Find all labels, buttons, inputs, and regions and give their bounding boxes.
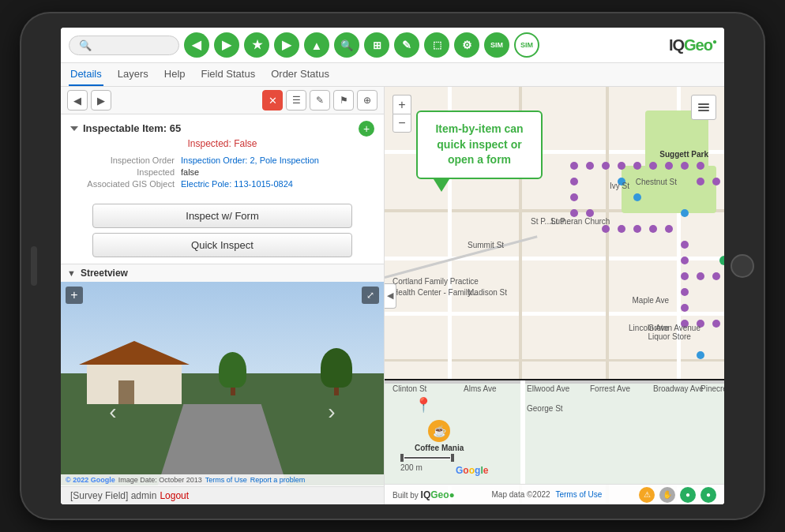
logout-link[interactable]: Logout xyxy=(160,490,189,501)
zoom-in-button[interactable]: + xyxy=(392,95,411,114)
back-button[interactable]: ◀ xyxy=(184,32,209,58)
forward-panel-button[interactable]: ▶ xyxy=(91,90,111,111)
zoom-button[interactable]: ⊕ xyxy=(357,90,377,111)
footer-status-icon[interactable]: ● xyxy=(680,487,696,503)
search-button[interactable]: 🔍 xyxy=(334,32,359,58)
map-dot-16[interactable] xyxy=(570,193,578,201)
label-cortland-family: Cortland Family PracticeHealth Center - … xyxy=(392,276,479,298)
inspection-order-label: Inspection Order xyxy=(70,155,181,165)
sim1-button[interactable]: SIM xyxy=(484,32,509,58)
expand-arrow-icon xyxy=(70,126,78,131)
tablet-home-button[interactable] xyxy=(731,254,754,278)
footer-hand-icon[interactable]: ✋ xyxy=(659,487,675,503)
road-h4 xyxy=(385,312,724,316)
map-dot-26[interactable] xyxy=(602,225,610,233)
quick-inspect-button[interactable]: Quick Inspect xyxy=(92,233,352,257)
terms-link[interactable]: Terms of Use xyxy=(205,476,247,484)
map-dot-32[interactable] xyxy=(681,241,689,249)
tab-help[interactable]: Help xyxy=(163,63,187,86)
inspection-order-value[interactable]: Inspection Order: 2, Pole Inspection xyxy=(181,155,319,165)
map-dot-57[interactable] xyxy=(712,320,720,328)
map-layers-button[interactable] xyxy=(691,95,716,120)
map-dot-5[interactable] xyxy=(633,162,641,170)
map-terms[interactable]: Terms of Use xyxy=(555,490,602,499)
streetview-nav-left[interactable]: ‹ xyxy=(109,399,116,425)
map-dot-2[interactable] xyxy=(586,162,594,170)
navigate-button[interactable]: ▲ xyxy=(304,32,329,58)
streetview-expand[interactable]: ⤢ xyxy=(362,287,379,304)
edit-panel-button[interactable]: ✎ xyxy=(310,90,330,111)
map-dot-46[interactable] xyxy=(681,288,689,296)
map-area[interactable]: Item-by-item can quick inspect or open a… xyxy=(385,87,724,504)
search-bar[interactable]: 🔍 xyxy=(69,36,179,55)
map-dot-8[interactable] xyxy=(681,162,689,170)
flag-button[interactable]: ⚑ xyxy=(333,90,354,111)
back-panel-button[interactable]: ◀ xyxy=(67,90,88,111)
grid-button[interactable]: ⊞ xyxy=(364,32,389,58)
tab-order-status[interactable]: Order Status xyxy=(269,63,331,86)
map-dot-13[interactable] xyxy=(712,178,720,185)
map-footer-left: Built by IQGeo● xyxy=(392,489,455,500)
map-dot-36[interactable] xyxy=(719,256,724,265)
sim2-button[interactable]: SIM xyxy=(514,32,539,58)
map-dot-4[interactable] xyxy=(618,162,625,170)
edit-button[interactable]: ✎ xyxy=(394,32,419,58)
map-dot-29[interactable] xyxy=(649,225,657,233)
map-dot-3[interactable] xyxy=(602,162,610,170)
label-ellwood: Ellwood Ave xyxy=(527,384,569,393)
play-button[interactable]: ▶ xyxy=(274,32,299,58)
footer-warning-icon[interactable]: ⚠ xyxy=(639,487,655,503)
gis-object-value[interactable]: Electric Pole: 113-1015-0824 xyxy=(181,179,293,189)
map-dot-30[interactable] xyxy=(665,225,673,233)
coffee-mania[interactable]: ☕ Coffee Mania xyxy=(415,420,464,452)
map-dot-17[interactable] xyxy=(633,193,641,201)
streetview-zoom-in[interactable]: + xyxy=(66,287,83,304)
forward-button[interactable]: ▶ xyxy=(214,32,239,58)
map-dot-7[interactable] xyxy=(665,162,673,170)
report-link[interactable]: Report a problem xyxy=(250,476,306,484)
tab-layers[interactable]: Layers xyxy=(116,63,150,86)
map-dot-23[interactable] xyxy=(586,209,594,217)
close-button[interactable]: ✕ xyxy=(262,90,283,111)
image-date: Image Date: October 2013 xyxy=(118,476,202,484)
map-collapse-button[interactable]: ◀ xyxy=(385,283,396,309)
settings-button[interactable]: ⚙ xyxy=(454,32,479,58)
tablet-frame: 🔍 ◀ ▶ ★ ▶ ▲ 🔍 ⊞ ✎ ⬚ ⚙ SIM SIM IQGeo● Det… xyxy=(21,13,764,519)
zoom-out-button[interactable]: − xyxy=(392,114,411,133)
layers-icon xyxy=(697,100,711,114)
star-button[interactable]: ★ xyxy=(244,32,269,58)
list-button[interactable]: ☰ xyxy=(286,90,306,111)
map-dot-9[interactable] xyxy=(697,162,704,170)
map-dot-12[interactable] xyxy=(697,178,704,185)
road-h5 xyxy=(385,359,724,362)
inspected-row: Inspected false xyxy=(70,167,374,177)
map-dot-27[interactable] xyxy=(618,225,625,233)
streetview-toggle-icon: ▼ xyxy=(67,268,76,278)
label-pinecrest: Pinecrest Dr xyxy=(700,384,724,393)
label-suggett: Suggett Park xyxy=(659,150,708,159)
map-dot-6[interactable] xyxy=(649,162,657,170)
status-text: [Survey Field] admin xyxy=(70,490,156,501)
map-dot-10[interactable] xyxy=(570,178,578,185)
map-dot-40[interactable] xyxy=(712,272,720,280)
footer-online-icon[interactable]: ● xyxy=(700,487,716,503)
map-dot-68[interactable] xyxy=(697,351,704,359)
label-alms: Alms Ave xyxy=(464,384,497,393)
tab-details[interactable]: Details xyxy=(69,63,103,86)
map-dot-24[interactable] xyxy=(681,209,689,217)
map-dot-39[interactable] xyxy=(697,272,704,280)
map-dot-38[interactable] xyxy=(681,272,689,280)
tab-field-status[interactable]: Field Status xyxy=(200,63,257,86)
map-dot-52[interactable] xyxy=(681,304,689,312)
map-dot-1[interactable] xyxy=(570,162,578,170)
map-dot-28[interactable] xyxy=(633,225,641,233)
selection-button[interactable]: ⬚ xyxy=(424,32,449,58)
map-pin-purple[interactable]: 📍 xyxy=(721,272,724,291)
add-button[interactable]: + xyxy=(359,121,374,137)
streetview-nav-right[interactable]: › xyxy=(328,399,335,425)
map-dot-35[interactable] xyxy=(681,257,689,264)
inspect-form-button[interactable]: Inspect w/ Form xyxy=(92,204,352,228)
footer-icons: ⚠ ✋ ● ● xyxy=(639,487,716,503)
coffee-label: Coffee Mania xyxy=(415,444,464,452)
map-dot-22[interactable] xyxy=(570,209,578,217)
